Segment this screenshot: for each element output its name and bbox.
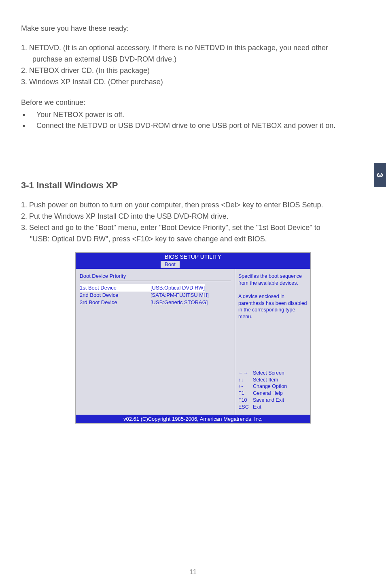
section-heading: 3-1 Install Windows XP [21, 180, 365, 191]
bios-key-desc: Select Item [253, 377, 278, 383]
bios-tab-row: Boot [76, 261, 310, 269]
bios-key: ESC [238, 404, 253, 411]
bios-help-text-2: A device enclosed in parenthesis has bee… [238, 293, 307, 321]
bios-key: ←→ [238, 370, 253, 377]
intro-text: Make sure you have these ready: [21, 24, 365, 33]
bios-key-desc: Change Option [253, 383, 287, 390]
step-1: 1. Push power on button to turn on your … [21, 200, 365, 211]
bios-device-value: [USB:Optical DVD RW] [151, 284, 205, 292]
bios-left-header: Boot Device Priority [80, 273, 231, 281]
bullet-icon [21, 120, 36, 132]
bios-title: BIOS SETUP UTILITY [76, 253, 310, 261]
side-chapter-tab: 3 [374, 163, 386, 187]
bios-key-desc: Exit [253, 404, 261, 411]
ready-item-1-line1: 1. NETDVD. (It is an optional accessory.… [21, 43, 365, 54]
bullet-2: Connect the NETDVD or USB DVD-ROM drive … [36, 120, 335, 132]
ready-item-3: 3. Windows XP Install CD. (Other purchas… [21, 77, 365, 88]
bios-screenshot: BIOS SETUP UTILITY Boot Boot Device Prio… [75, 252, 311, 424]
bios-active-tab: Boot [161, 261, 180, 268]
bios-device-label: 2nd Boot Device [80, 292, 151, 299]
bullet-icon [21, 109, 36, 121]
bios-key: F1 [238, 390, 253, 397]
step-2: 2. Put the Windows XP Install CD into th… [21, 211, 365, 222]
bios-device-value: [USB:Generic STORAG] [151, 299, 208, 306]
ready-list: 1. NETDVD. (It is an optional accessory.… [21, 43, 365, 88]
bios-key-desc: Select Screen [253, 370, 284, 377]
bios-device-value: [SATA:PM-FUJITSU MH] [151, 292, 209, 299]
bios-device-label: 1st Boot Device [80, 284, 151, 292]
bios-device-label: 3rd Boot Device [80, 299, 151, 306]
bios-device-row-2: 2nd Boot Device [SATA:PM-FUJITSU MH] [80, 292, 231, 299]
bios-help-text-1: Specifies the boot sequence from the ava… [238, 273, 307, 287]
step-3-line2: "USB: Optical DVD RW", press <F10> key t… [21, 234, 365, 245]
bios-key-desc: Save and Exit [253, 397, 284, 404]
before-bullets: Your NETBOX power is off. Connect the NE… [21, 109, 365, 132]
ready-item-2: 2. NETBOX driver CD. (In this package) [21, 65, 365, 77]
side-chapter-number: 3 [375, 173, 385, 177]
bios-device-row-3: 3rd Boot Device [USB:Generic STORAG] [80, 299, 231, 306]
bios-key: +- [238, 383, 253, 390]
before-heading: Before we continue: [21, 98, 365, 107]
bios-key-desc: General Help [253, 390, 283, 397]
bios-key: F10 [238, 397, 253, 404]
step-3-line1: 3. Select and go to the "Boot" menu, ent… [21, 222, 365, 234]
bios-left-pane: Boot Device Priority 1st Boot Device [US… [76, 269, 235, 415]
bios-device-row-1: 1st Boot Device [USB:Optical DVD RW] [80, 284, 231, 292]
bullet-1: Your NETBOX power is off. [36, 109, 124, 121]
bios-help-pane: Specifies the boot sequence from the ava… [235, 269, 310, 415]
page-number: 11 [0, 569, 386, 576]
bios-footer: v02.61 (C)Copyright 1985-2006, American … [76, 415, 310, 423]
ready-item-1-line2: purchase an external USB DVD-ROM drive.) [21, 54, 365, 65]
bios-key: ↑↓ [238, 377, 253, 383]
install-steps: 1. Push power on button to turn on your … [21, 200, 365, 245]
bios-key-list: ←→Select Screen ↑↓Select Item +-Change O… [238, 370, 307, 411]
